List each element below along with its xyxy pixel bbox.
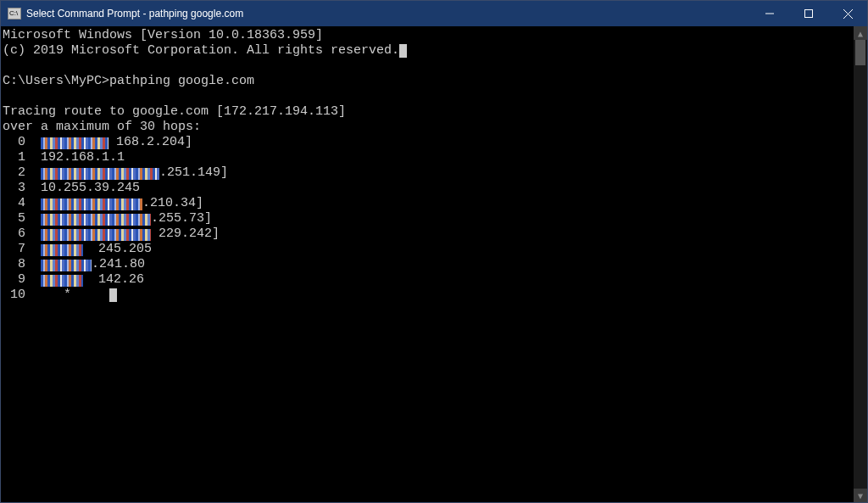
hop-row: 7 245.205 [3, 242, 854, 257]
version-line: Microsoft Windows [Version 10.0.18363.95… [3, 28, 323, 42]
hop-number: 6 [3, 226, 41, 241]
copyright-line: (c) 2019 Microsoft Corporation. All righ… [3, 43, 399, 58]
hop-address-tail: 192.168.1.1 [41, 150, 125, 165]
censored-hostname [41, 137, 108, 149]
vertical-scrollbar[interactable]: ▲ ▼ [854, 26, 867, 502]
hop-address-tail: 10.255.39.245 [41, 181, 140, 195]
hop-number: 7 [3, 242, 41, 256]
trace-line-2: over a maximum of 30 hops: [3, 120, 201, 134]
minimize-icon [765, 9, 774, 18]
hop-address-tail: .255.73] [151, 211, 212, 226]
censored-hostname [41, 260, 92, 271]
hop-address-tail: 168.2.204] [108, 135, 192, 149]
hop-number: 4 [3, 196, 41, 210]
command-prompt-window: C:\ Select Command Prompt - pathping goo… [0, 0, 868, 503]
titlebar[interactable]: C:\ Select Command Prompt - pathping goo… [1, 1, 867, 26]
censored-hostname [41, 275, 83, 287]
selection-cursor [399, 44, 407, 58]
censored-hostname [41, 168, 159, 180]
scroll-track[interactable] [854, 40, 867, 489]
hop-address-tail: .251.149] [159, 165, 228, 180]
close-icon [843, 9, 853, 19]
input-cursor [109, 288, 117, 302]
hop-number: 8 [3, 257, 41, 271]
hop-address-tail: 245.205 [83, 242, 152, 256]
hop-address-tail: .241.80 [92, 257, 145, 271]
scroll-up-arrow[interactable]: ▲ [854, 26, 867, 40]
trace-line-1: Tracing route to google.com [172.217.194… [3, 104, 346, 119]
hop-address-tail: 229.242] [151, 226, 220, 241]
censored-hostname [41, 244, 83, 256]
hop-list: 0 168.2.204] 1 192.168.1.1 2 .251.149] 3… [3, 135, 854, 303]
window-title: Select Command Prompt - pathping google.… [26, 8, 243, 20]
hop-number: 2 [3, 165, 41, 180]
censored-hostname [41, 214, 151, 226]
hop-row: 6 229.242] [3, 226, 854, 242]
hop-address-tail: * [41, 288, 109, 302]
hop-row: 5 .255.73] [3, 211, 854, 226]
hop-row: 4 .210.34] [3, 196, 854, 211]
svg-rect-1 [805, 10, 813, 18]
maximize-button[interactable] [789, 1, 828, 26]
close-button[interactable] [828, 1, 867, 26]
command-text: pathping google.com [109, 74, 254, 88]
scroll-down-arrow[interactable]: ▼ [854, 489, 867, 502]
hop-number: 1 [3, 150, 41, 165]
terminal-output[interactable]: Microsoft Windows [Version 10.0.18363.95… [1, 26, 854, 502]
hop-number: 5 [3, 211, 41, 226]
censored-hostname [41, 229, 151, 241]
cmd-icon: C:\ [8, 8, 21, 20]
hop-number: 10 [3, 288, 41, 302]
hop-row: 3 10.255.39.245 [3, 181, 854, 196]
scroll-thumb[interactable] [855, 40, 865, 65]
hop-row: 1 192.168.1.1 [3, 150, 854, 165]
hop-number: 9 [3, 272, 41, 287]
hop-row: 2 .251.149] [3, 165, 854, 181]
hop-row: 10 * [3, 288, 854, 303]
minimize-button[interactable] [750, 1, 789, 26]
hop-row: 9 142.26 [3, 272, 854, 288]
hop-number: 3 [3, 181, 41, 195]
terminal-area: Microsoft Windows [Version 10.0.18363.95… [1, 26, 867, 502]
censored-hostname [41, 198, 142, 210]
prompt-text: C:\Users\MyPC> [3, 74, 109, 88]
hop-row: 0 168.2.204] [3, 135, 854, 150]
hop-address-tail: 142.26 [83, 272, 144, 287]
hop-address-tail: .210.34] [142, 196, 203, 210]
maximize-icon [804, 9, 813, 18]
hop-number: 0 [3, 135, 41, 149]
hop-row: 8 .241.80 [3, 257, 854, 272]
